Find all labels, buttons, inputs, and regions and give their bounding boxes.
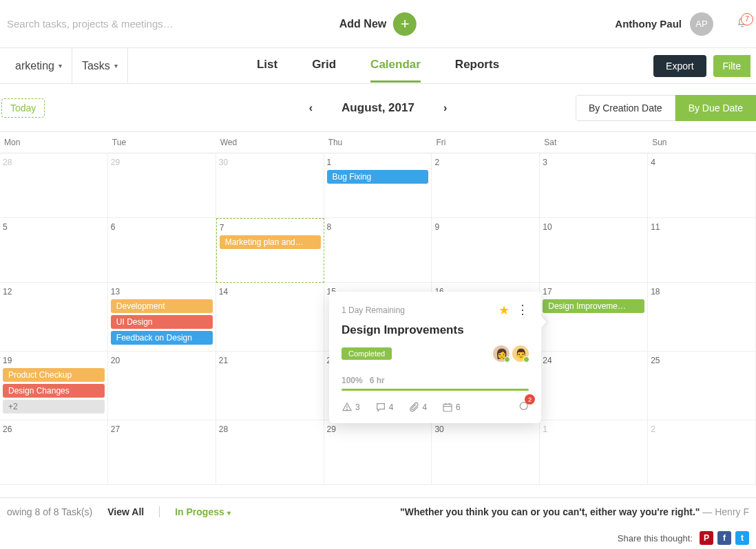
stat-attachments: 4	[408, 402, 427, 413]
calendar-cell[interactable]: 29	[324, 420, 432, 485]
breadcrumb-section[interactable]: Tasks ▾	[72, 48, 128, 83]
task-chip[interactable]: Marketing plan and…	[220, 235, 321, 249]
chat-badge: 2	[525, 394, 535, 405]
day-number: 30	[219, 158, 321, 167]
calendar-cell[interactable]: 25	[648, 352, 756, 420]
pinterest-icon[interactable]: P	[700, 531, 713, 545]
day-number: 6	[111, 222, 213, 232]
calendar-cell[interactable]: 5	[0, 218, 108, 283]
day-number: 19	[3, 356, 105, 365]
calendar-cell[interactable]: 17Design Improveme…	[540, 283, 648, 352]
calendar-cell[interactable]: 8	[324, 218, 432, 283]
calendar-cell[interactable]: 12	[0, 283, 108, 352]
add-new-button[interactable]: +	[393, 12, 417, 36]
calendar-cell[interactable]: 30	[432, 420, 540, 485]
star-icon[interactable]: ★	[498, 303, 510, 318]
tab-calendar[interactable]: Calendar	[370, 49, 421, 83]
chevron-down-icon: ▾	[114, 62, 118, 69]
calendar-icon	[442, 402, 453, 413]
task-popover: 1 Day Remaining ★ ⋮ Design Improvements …	[329, 292, 541, 423]
day-number: 2	[434, 158, 536, 167]
calendar-cell[interactable]: 10	[540, 218, 648, 283]
search-input[interactable]	[7, 14, 227, 34]
calendar-cell[interactable]: 30	[216, 153, 324, 218]
day-header: Sun	[648, 132, 756, 153]
task-chip[interactable]: Bug Fixing	[327, 170, 429, 184]
twitter-icon[interactable]: t	[735, 531, 749, 545]
share-label: Share this thought:	[618, 533, 693, 543]
calendar-cell[interactable]: 18	[648, 283, 756, 352]
day-header: Wed	[216, 132, 324, 153]
assignee-avatar[interactable]: 👩	[493, 345, 510, 362]
calendar-cell[interactable]: 26	[0, 420, 108, 485]
day-number: 18	[651, 287, 753, 297]
calendar-cell[interactable]: 24	[540, 352, 648, 420]
assignees: 👩 👨	[493, 345, 529, 362]
day-number: 27	[111, 424, 213, 434]
calendar-cell[interactable]: 20	[108, 352, 216, 420]
comment-icon	[375, 402, 386, 413]
by-creation-option[interactable]: By Creation Date	[576, 95, 675, 121]
tab-grid[interactable]: Grid	[312, 49, 336, 83]
task-chip[interactable]: Design Improveme…	[543, 299, 644, 313]
user-area: Anthony Paul AP 7	[615, 12, 748, 36]
export-button[interactable]: Export	[653, 55, 706, 77]
day-header: Mon	[0, 132, 108, 153]
calendar-cell[interactable]: 13DevelopmentUI DesignFeedback on Design	[108, 283, 216, 352]
breadcrumb-project[interactable]: arketing ▾	[6, 48, 72, 83]
calendar-cell[interactable]: 7Marketing plan and…	[216, 218, 324, 283]
breadcrumb-section-label: Tasks	[82, 60, 110, 72]
task-chip[interactable]: UI Design	[111, 315, 213, 329]
calendar-cell[interactable]: 4	[648, 153, 756, 218]
svg-point-1	[346, 409, 347, 409]
topbar: Add New + Anthony Paul AP 7	[0, 0, 756, 48]
chat-button[interactable]: 2	[518, 400, 529, 413]
view-all-link[interactable]: View All	[107, 506, 144, 517]
task-count: owing 8 of 8 Task(s)	[7, 506, 92, 517]
task-chip[interactable]: Feedback on Design	[111, 331, 213, 345]
task-chip[interactable]: +2	[3, 400, 105, 413]
month-nav: Today ‹ August, 2017 › By Creation Date …	[0, 84, 756, 132]
in-progress-filter[interactable]: In Progess ▾	[175, 506, 230, 517]
status-badge: Completed	[342, 347, 392, 360]
task-chip[interactable]: Development	[111, 299, 213, 313]
avatar[interactable]: AP	[690, 12, 713, 36]
calendar-cell[interactable]: 2	[432, 153, 540, 218]
assignee-avatar[interactable]: 👨	[512, 345, 529, 362]
task-chip[interactable]: Product Checkup	[3, 368, 105, 382]
calendar-cell[interactable]: 27	[108, 420, 216, 485]
day-number: 9	[434, 222, 536, 232]
by-due-option[interactable]: By Due Date	[675, 95, 756, 121]
next-month-button[interactable]: ›	[443, 102, 447, 114]
calendar-cell[interactable]: 6	[108, 218, 216, 283]
calendar-cell[interactable]: 19Product CheckupDesign Changes+2	[0, 352, 108, 420]
calendar-cell[interactable]: 28	[0, 153, 108, 218]
today-button[interactable]: Today	[1, 98, 45, 118]
calendar-cell[interactable]: 14	[216, 283, 324, 352]
calendar-cell[interactable]: 9	[432, 218, 540, 283]
day-number: 1	[543, 424, 644, 434]
progress-bar	[342, 389, 529, 391]
day-header: Tue	[108, 132, 216, 153]
calendar-cell[interactable]: 29	[108, 153, 216, 218]
calendar-cell[interactable]: 11	[648, 218, 756, 283]
day-number: 29	[327, 424, 429, 434]
calendar-cell[interactable]: 21	[216, 352, 324, 420]
facebook-icon[interactable]: f	[717, 531, 731, 545]
calendar-cell[interactable]: 2	[648, 420, 756, 485]
plus-icon: +	[401, 15, 410, 33]
calendar-cell[interactable]: 1Bug Fixing	[324, 153, 432, 218]
tab-reports[interactable]: Reports	[455, 49, 499, 83]
more-menu-button[interactable]: ⋮	[516, 308, 529, 312]
notifications-button[interactable]: 7	[737, 17, 748, 31]
prev-month-button[interactable]: ‹	[309, 102, 313, 114]
calendar-cell[interactable]: 28	[216, 420, 324, 485]
view-tabs: List Grid Calendar Reports	[257, 49, 499, 83]
filter-button[interactable]: Filte	[713, 55, 750, 77]
stat-date: 6	[442, 402, 461, 413]
task-chip[interactable]: Design Changes	[3, 384, 105, 398]
tab-list[interactable]: List	[257, 49, 277, 83]
calendar-cell[interactable]: 1	[540, 420, 648, 485]
add-new: Add New +	[339, 12, 417, 36]
calendar-cell[interactable]: 3	[540, 153, 648, 218]
